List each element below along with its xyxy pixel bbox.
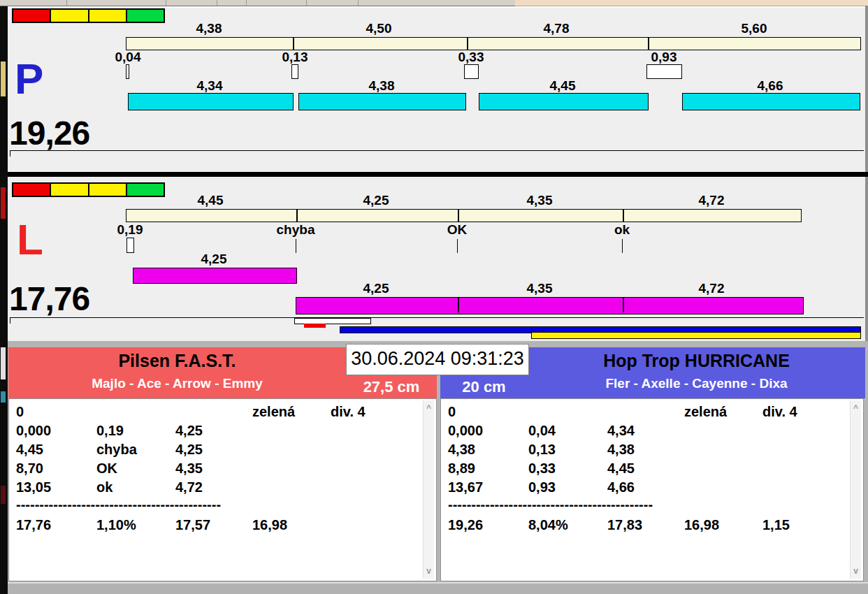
traffic-light-yellow: [50, 182, 89, 197]
changeover-label: chyba: [277, 223, 315, 238]
section-divider: [8, 172, 868, 177]
cell: 16,98: [252, 518, 287, 532]
split-segment-label: 4,45: [198, 194, 224, 208]
cell: 17,83: [607, 518, 642, 532]
datetime-display: 30.06.2024 09:31:23: [346, 344, 529, 375]
changeover-label: 0,93: [651, 50, 677, 65]
dog-time-label: 4,66: [758, 79, 783, 94]
cell: 4,72: [175, 480, 203, 494]
cell: 19,26: [448, 518, 483, 532]
split-scale-bar: [126, 209, 802, 222]
changeover-box: [291, 64, 298, 79]
changeover-tick: [296, 239, 296, 253]
background-window-strip: [0, 0, 8, 594]
cell: 13,05: [16, 480, 51, 494]
cell: 0,000: [448, 423, 483, 437]
traffic-light-yellow: [88, 8, 127, 23]
changeover-label: 0,19: [117, 223, 143, 238]
dog-time-label: 4,35: [527, 282, 553, 296]
cell: 0,000: [16, 423, 51, 437]
dog-time-bar: [128, 93, 294, 110]
scrollbar[interactable]: ^ v: [850, 400, 861, 579]
jump-height-left: 27,5 cm: [346, 378, 437, 396]
changeover-box: [126, 238, 134, 253]
scroll-down-icon[interactable]: v: [851, 567, 861, 575]
changeover-box: [646, 64, 682, 79]
cell: ok: [96, 480, 113, 494]
progress-red-bar: [304, 324, 326, 328]
dog-time-bar: [682, 93, 860, 110]
background-window-titlebar: [515, 0, 868, 6]
traffic-light-green: [126, 182, 165, 197]
cell: 0,33: [528, 461, 556, 475]
team-name-right: Hop Trop HURRICANE: [528, 351, 865, 371]
changeover-label: 0,13: [282, 50, 308, 65]
background-fragment: [1, 391, 6, 403]
cell: div. 4: [331, 405, 366, 419]
changeover-box: [464, 64, 479, 79]
dog-time-label: 4,25: [201, 252, 227, 267]
cell: 1,10%: [96, 518, 136, 532]
changeover-label: ok: [614, 223, 630, 238]
cell: div. 4: [762, 405, 797, 419]
cell: 4,25: [175, 423, 203, 437]
background-fragment: [1, 187, 6, 219]
cell: OK: [96, 461, 117, 475]
changeover-box: [126, 64, 129, 79]
window-top-edge: [8, 6, 868, 8]
cell: 4,25: [175, 442, 203, 456]
cell: 4,38: [448, 442, 475, 456]
cell: 8,89: [448, 461, 475, 475]
baseline: [10, 317, 864, 318]
lane-p-label: P: [15, 57, 43, 101]
flyball-timing-window: 4,38 4,50 4,78 5,60 0,04 0,13 0,33 0,93 …: [0, 0, 868, 594]
dog-time-label: 4,45: [550, 79, 576, 94]
cell: 13,67: [448, 480, 483, 494]
team-name-left: Pilsen F.A.S.T.: [8, 351, 346, 371]
lane-l-total-time: 17,76: [9, 282, 89, 316]
cell: 0,93: [528, 480, 556, 494]
cell: zelená: [252, 405, 295, 419]
traffic-light-green: [126, 8, 165, 23]
background-fragment: [1, 486, 6, 504]
scroll-down-icon[interactable]: v: [424, 567, 434, 575]
team-dogs-left: Majlo - Ace - Arrow - Emmy: [8, 376, 346, 391]
traffic-light-yellow: [88, 182, 127, 197]
traffic-light-red: [12, 182, 51, 197]
traffic-light-l: [12, 182, 164, 197]
dog-time-bar: [479, 93, 649, 110]
scroll-up-icon[interactable]: ^: [851, 404, 861, 412]
cell: 0,13: [528, 442, 556, 456]
dog-time-bar-group: [296, 297, 804, 314]
cell: 0: [16, 405, 24, 419]
results-table-right: 0 zelená div. 4 0,000 0,04 4,34 4,38 0,1…: [440, 398, 864, 581]
scrollbar[interactable]: ^ v: [423, 400, 434, 579]
dog-time-bar: [298, 93, 466, 110]
split-segment-label: 4,50: [366, 22, 392, 36]
cell: 1,15: [762, 518, 790, 532]
results-table-left: 0 zelená div. 4 0,000 0,19 4,25 4,45 chy…: [8, 398, 437, 581]
baseline: [10, 150, 864, 151]
split-segment-label: 4,35: [527, 194, 553, 208]
baseline-tick: [10, 317, 10, 324]
cell: 4,38: [607, 442, 635, 456]
split-segment-label: 4,38: [196, 22, 222, 36]
cell: chyba: [96, 442, 137, 456]
dog-time-label: 4,38: [369, 79, 395, 94]
progress-yellow-bar: [531, 332, 861, 339]
dog-time-label: 4,25: [363, 282, 389, 296]
cell: 17,76: [16, 518, 51, 532]
cell: 0,04: [528, 423, 556, 437]
table-separator: ----------------------------------------…: [448, 498, 653, 512]
cell: 16,98: [684, 518, 719, 532]
changeover-label: 0,33: [458, 50, 484, 65]
dog-time-bar: [133, 268, 297, 284]
traffic-light-yellow: [50, 8, 89, 23]
scroll-up-icon[interactable]: ^: [424, 404, 434, 412]
changeover-tick: [457, 239, 458, 253]
changeover-label: OK: [447, 223, 468, 238]
traffic-light-p: [12, 8, 164, 23]
split-segment-label: 4,25: [363, 194, 389, 208]
jump-height-right: 20 cm: [440, 378, 528, 396]
changeover-tick: [622, 239, 623, 253]
